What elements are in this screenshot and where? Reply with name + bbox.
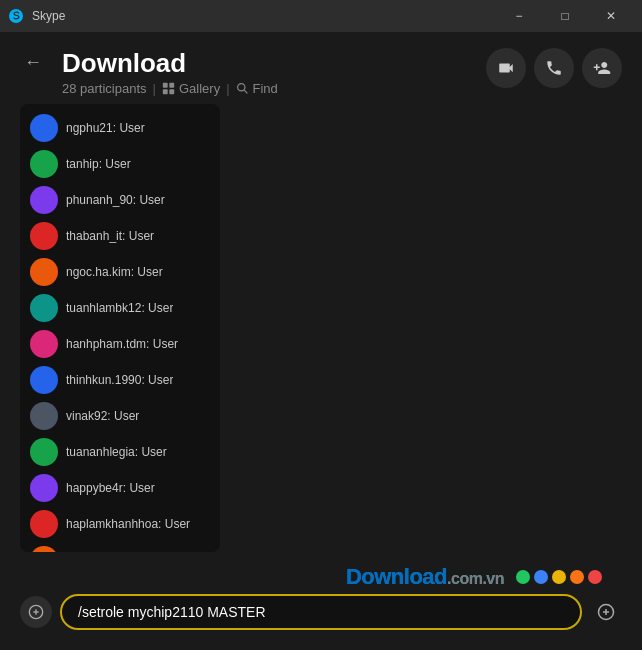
gallery-label: Gallery bbox=[179, 81, 220, 96]
avatar bbox=[30, 546, 58, 552]
color-dot bbox=[552, 570, 566, 584]
participant-name: vinak92: User bbox=[66, 409, 139, 423]
find-icon bbox=[236, 82, 249, 95]
color-dot bbox=[588, 570, 602, 584]
participant-name: phunanh_90: User bbox=[66, 193, 165, 207]
video-call-button[interactable] bbox=[486, 48, 526, 88]
gallery-icon bbox=[162, 82, 175, 95]
find-label: Find bbox=[253, 81, 278, 96]
participant-item: haplamkhanhhoa: User bbox=[20, 506, 220, 542]
avatar bbox=[30, 366, 58, 394]
participant-item: ngphu21: User bbox=[20, 110, 220, 146]
watermark-download: Download bbox=[346, 564, 447, 589]
participant-item: hanhpham.tdm: User bbox=[20, 326, 220, 362]
titlebar-controls: − □ ✕ bbox=[496, 0, 634, 32]
participant-item: happybe4r: User bbox=[20, 470, 220, 506]
watermark-text: Download.com.vn bbox=[346, 564, 504, 590]
gallery-link[interactable]: Gallery bbox=[162, 81, 220, 96]
participants-count-text: 28 participants bbox=[62, 81, 147, 96]
header-actions bbox=[486, 48, 622, 88]
participant-item: thabanh_it: User bbox=[20, 218, 220, 254]
svg-line-5 bbox=[244, 90, 247, 93]
video-call-icon bbox=[497, 59, 515, 77]
participant-item: ngoc.ha.kim: User bbox=[20, 254, 220, 290]
minimize-button[interactable]: − bbox=[496, 0, 542, 32]
watermark-domain: .com.vn bbox=[447, 570, 504, 587]
avatar bbox=[30, 510, 58, 538]
avatar bbox=[30, 150, 58, 178]
participant-item: thinhkun.1990: User bbox=[20, 362, 220, 398]
attach-button[interactable] bbox=[20, 596, 52, 628]
participant-item: tanhip: User bbox=[20, 146, 220, 182]
participant-item: tuananhlegia: User bbox=[20, 434, 220, 470]
send-button[interactable] bbox=[590, 596, 622, 628]
participant-name: ngphu21: User bbox=[66, 121, 145, 135]
avatar bbox=[30, 330, 58, 358]
participant-item: hoan.pv: User bbox=[20, 542, 220, 552]
participant-name: ngoc.ha.kim: User bbox=[66, 265, 163, 279]
participant-name: tuanhlambk12: User bbox=[66, 301, 173, 315]
participant-name: tanhip: User bbox=[66, 157, 131, 171]
header-left: ← Download 28 participants | Gallery | bbox=[20, 48, 278, 96]
separator-1: | bbox=[153, 81, 156, 96]
back-button[interactable]: ← bbox=[20, 52, 46, 73]
participant-name: haplamkhanhhoa: User bbox=[66, 517, 190, 531]
avatar bbox=[30, 186, 58, 214]
maximize-button[interactable]: □ bbox=[542, 0, 588, 32]
titlebar-title: Skype bbox=[32, 9, 65, 23]
participant-name: tuananhlegia: User bbox=[66, 445, 167, 459]
avatar bbox=[30, 294, 58, 322]
avatar bbox=[30, 114, 58, 142]
color-dot bbox=[570, 570, 584, 584]
svg-rect-2 bbox=[163, 90, 168, 95]
svg-rect-0 bbox=[163, 83, 168, 88]
input-row bbox=[20, 594, 622, 630]
svg-rect-3 bbox=[169, 90, 174, 95]
add-person-icon bbox=[593, 59, 611, 77]
page-title: Download bbox=[62, 48, 278, 79]
skype-icon bbox=[8, 8, 24, 24]
find-link[interactable]: Find bbox=[236, 81, 278, 96]
participant-item: phunanh_90: User bbox=[20, 182, 220, 218]
color-dot bbox=[516, 570, 530, 584]
svg-rect-1 bbox=[169, 83, 174, 88]
avatar bbox=[30, 474, 58, 502]
header-subtitle: 28 participants | Gallery | Find bbox=[62, 81, 278, 96]
titlebar-left: Skype bbox=[8, 8, 65, 24]
color-dots bbox=[516, 570, 602, 584]
participant-name: hanhpham.tdm: User bbox=[66, 337, 178, 351]
main-content: ngphu21: Usertanhip: Userphunanh_90: Use… bbox=[0, 104, 642, 552]
chat-area bbox=[232, 104, 622, 552]
participant-item: vinak92: User bbox=[20, 398, 220, 434]
attach-icon bbox=[28, 604, 44, 620]
message-input[interactable] bbox=[60, 594, 582, 630]
participant-name: thinhkun.1990: User bbox=[66, 373, 173, 387]
call-button[interactable] bbox=[534, 48, 574, 88]
phone-icon bbox=[545, 59, 563, 77]
bottom-area: Download.com.vn bbox=[0, 552, 642, 642]
separator-2: | bbox=[226, 81, 229, 96]
participant-name: happybe4r: User bbox=[66, 481, 155, 495]
avatar bbox=[30, 258, 58, 286]
participant-item: tuanhlambk12: User bbox=[20, 290, 220, 326]
svg-point-4 bbox=[237, 84, 244, 91]
avatar bbox=[30, 222, 58, 250]
participant-name: thabanh_it: User bbox=[66, 229, 154, 243]
close-button[interactable]: ✕ bbox=[588, 0, 634, 32]
participants-panel[interactable]: ngphu21: Usertanhip: Userphunanh_90: Use… bbox=[20, 104, 220, 552]
titlebar: Skype − □ ✕ bbox=[0, 0, 642, 32]
color-dot bbox=[534, 570, 548, 584]
send-icon bbox=[597, 603, 615, 621]
watermark-area: Download.com.vn bbox=[20, 564, 622, 590]
header-info: Download 28 participants | Gallery | bbox=[62, 48, 278, 96]
add-participant-button[interactable] bbox=[582, 48, 622, 88]
avatar bbox=[30, 438, 58, 466]
participants-count: 28 participants bbox=[62, 81, 147, 96]
header: ← Download 28 participants | Gallery | bbox=[0, 32, 642, 104]
avatar bbox=[30, 402, 58, 430]
